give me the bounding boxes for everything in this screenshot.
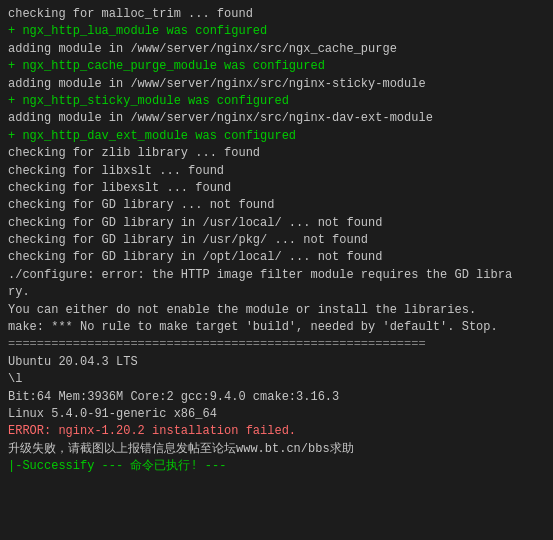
terminal-output[interactable]: checking for malloc_trim ... found+ ngx_… bbox=[0, 0, 553, 540]
terminal-line: checking for GD library ... not found bbox=[8, 197, 545, 214]
terminal-line: checking for GD library in /opt/local/ .… bbox=[8, 249, 545, 266]
terminal-line: checking for libxslt ... found bbox=[8, 163, 545, 180]
terminal-line: Ubuntu 20.04.3 LTS bbox=[8, 354, 545, 371]
terminal-line: checking for zlib library ... found bbox=[8, 145, 545, 162]
terminal-line: |-Successify --- 命令已执行! --- bbox=[8, 458, 545, 475]
terminal-line: checking for GD library in /usr/local/ .… bbox=[8, 215, 545, 232]
terminal-line: checking for malloc_trim ... found bbox=[8, 6, 545, 23]
terminal-line: + ngx_http_cache_purge_module was config… bbox=[8, 58, 545, 75]
terminal-line: make: *** No rule to make target 'build'… bbox=[8, 319, 545, 336]
terminal-line: + ngx_http_lua_module was configured bbox=[8, 23, 545, 40]
terminal-line: + ngx_http_dav_ext_module was configured bbox=[8, 128, 545, 145]
terminal-line: adding module in /www/server/nginx/src/n… bbox=[8, 76, 545, 93]
terminal-line: ./configure: error: the HTTP image filte… bbox=[8, 267, 545, 284]
terminal-line: ERROR: nginx-1.20.2 installation failed. bbox=[8, 423, 545, 440]
terminal-line: Bit:64 Mem:3936M Core:2 gcc:9.4.0 cmake:… bbox=[8, 389, 545, 406]
terminal-line: adding module in /www/server/nginx/src/n… bbox=[8, 110, 545, 127]
terminal-line: checking for GD library in /usr/pkg/ ...… bbox=[8, 232, 545, 249]
terminal-line: 升级失败，请截图以上报错信息发帖至论坛www.bt.cn/bbs求助 bbox=[8, 441, 545, 458]
terminal-line: \l bbox=[8, 371, 545, 388]
terminal-line: ry. bbox=[8, 284, 545, 301]
terminal-line: Linux 5.4.0-91-generic x86_64 bbox=[8, 406, 545, 423]
terminal-line: adding module in /www/server/nginx/src/n… bbox=[8, 41, 545, 58]
terminal-line: You can either do not enable the module … bbox=[8, 302, 545, 319]
terminal-line: + ngx_http_sticky_module was configured bbox=[8, 93, 545, 110]
terminal-line: ========================================… bbox=[8, 336, 545, 353]
terminal-line: checking for libexslt ... found bbox=[8, 180, 545, 197]
